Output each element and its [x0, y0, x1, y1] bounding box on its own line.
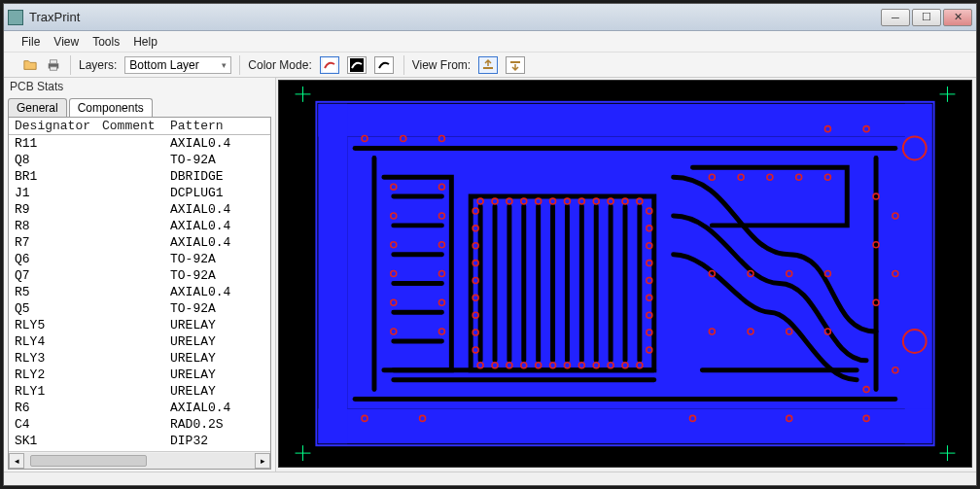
svg-rect-4	[350, 58, 364, 72]
table-row[interactable]: R9AXIAL0.4	[9, 201, 270, 218]
cell-pattern: URELAY	[170, 318, 270, 332]
tab-general[interactable]: General	[8, 98, 67, 117]
cell-pattern: TO-92A	[170, 153, 270, 167]
svg-point-98	[903, 137, 927, 160]
scroll-track[interactable]	[24, 453, 255, 469]
table-row[interactable]: RLY5URELAY	[9, 317, 270, 333]
table-row[interactable]: Q8TO-92A	[9, 152, 270, 168]
menu-tools[interactable]: Tools	[92, 35, 120, 49]
menu-view[interactable]: View	[53, 35, 79, 49]
statusbar	[4, 472, 976, 485]
cell-designator: RLY2	[15, 367, 102, 382]
svg-rect-1	[51, 59, 57, 63]
scroll-thumb[interactable]	[30, 455, 147, 467]
cell-pattern: DBRIDGE	[170, 169, 270, 184]
table-row[interactable]: SK1DIP32	[9, 433, 270, 449]
table-row[interactable]: BR1DBRIDGE	[9, 168, 270, 185]
cell-comment	[102, 301, 170, 316]
cell-pattern: DIP32	[170, 434, 270, 448]
table-row[interactable]: RLY1URELAY	[9, 383, 270, 400]
table-row[interactable]: R11AXIAL0.4	[9, 135, 270, 152]
pcb-canvas	[279, 81, 971, 467]
cell-designator: SK1	[15, 434, 102, 448]
cell-comment	[102, 153, 170, 167]
table-row[interactable]: RLY2URELAY	[9, 367, 270, 383]
cell-comment	[102, 318, 170, 332]
horizontal-scrollbar[interactable]: ◂ ▸	[9, 451, 270, 469]
menu-help[interactable]: Help	[133, 35, 158, 49]
cell-comment	[102, 285, 170, 299]
color-mode-color-button[interactable]	[320, 56, 339, 74]
table-row[interactable]: Q6TO-92A	[9, 251, 270, 267]
svg-point-99	[903, 330, 927, 353]
table-row[interactable]: J1DCPLUG1	[9, 185, 270, 201]
open-file-icon[interactable]	[21, 56, 39, 74]
cell-designator: RLY1	[15, 384, 102, 399]
cell-pattern: AXIAL0.4	[170, 136, 270, 151]
table-row[interactable]: R5AXIAL0.4	[9, 284, 270, 300]
color-mode-invert-button[interactable]	[347, 56, 367, 74]
cell-comment	[102, 268, 170, 283]
grid-body[interactable]: R11AXIAL0.4Q8TO-92ABR1DBRIDGEJ1DCPLUG1R9…	[9, 135, 270, 451]
svg-rect-10	[318, 408, 931, 443]
maximize-button[interactable]: ☐	[912, 9, 941, 26]
cell-pattern: URELAY	[170, 351, 270, 366]
cell-designator: R9	[15, 202, 102, 217]
cell-comment	[102, 136, 170, 151]
svg-rect-3	[323, 58, 336, 72]
view-from-label: View From:	[412, 58, 471, 72]
col-pattern[interactable]: Pattern	[170, 119, 270, 133]
cell-pattern: AXIAL0.4	[170, 401, 270, 415]
cell-comment	[102, 219, 170, 233]
cell-pattern: AXIAL0.4	[170, 202, 270, 217]
cell-pattern: AXIAL0.4	[170, 235, 270, 250]
chevron-down-icon: ▾	[222, 60, 227, 70]
table-row[interactable]: RLY4URELAY	[9, 333, 270, 350]
svg-rect-7	[510, 61, 520, 63]
table-row[interactable]: Q7TO-92A	[9, 267, 270, 284]
svg-rect-6	[483, 67, 493, 69]
cell-pattern: TO-92A	[170, 268, 270, 283]
separator	[239, 55, 240, 75]
close-button[interactable]: ✕	[943, 9, 972, 26]
scroll-left-icon[interactable]: ◂	[9, 453, 24, 469]
table-row[interactable]: R7AXIAL0.4	[9, 234, 270, 251]
table-row[interactable]: C4RAD0.2S	[9, 416, 270, 433]
table-row[interactable]: R8AXIAL0.4	[9, 218, 270, 234]
view-from-bottom-button[interactable]	[506, 56, 525, 74]
minimize-button[interactable]: ─	[881, 9, 910, 26]
cell-pattern: TO-92A	[170, 301, 270, 316]
cell-comment	[102, 186, 170, 200]
cell-designator: Q5	[15, 301, 102, 316]
cell-comment	[102, 252, 170, 266]
table-row[interactable]: RLY3URELAY	[9, 350, 270, 367]
sidebar: PCB Stats General Components Designator …	[4, 78, 276, 472]
tab-components[interactable]: Components	[69, 98, 153, 117]
cell-designator: BR1	[15, 169, 102, 184]
separator	[70, 55, 71, 75]
svg-rect-2	[51, 66, 57, 70]
menu-file[interactable]: File	[21, 35, 40, 49]
print-icon[interactable]	[45, 56, 62, 74]
color-mode-mono-button[interactable]	[374, 56, 394, 74]
layers-label: Layers:	[79, 58, 117, 72]
cell-comment	[102, 169, 170, 184]
table-row[interactable]: R6AXIAL0.4	[9, 400, 270, 416]
col-comment[interactable]: Comment	[102, 119, 170, 133]
cell-designator: RLY4	[15, 334, 102, 349]
cell-designator: RLY3	[15, 351, 102, 366]
col-designator[interactable]: Designator	[15, 119, 102, 133]
layers-value: Bottom Layer	[129, 58, 198, 72]
svg-rect-5	[377, 58, 391, 72]
color-mode-label: Color Mode:	[248, 58, 311, 72]
pcb-view[interactable]	[278, 80, 972, 468]
cell-designator: R6	[15, 401, 102, 415]
table-row[interactable]: Q5TO-92A	[9, 300, 270, 317]
layers-combo[interactable]: Bottom Layer ▾	[124, 56, 231, 74]
cell-designator: Q8	[15, 153, 102, 167]
scroll-right-icon[interactable]: ▸	[255, 453, 270, 469]
cell-comment	[102, 417, 170, 432]
view-from-top-button[interactable]	[478, 56, 498, 74]
titlebar: TraxPrint ─ ☐ ✕	[4, 4, 976, 31]
toolbar: Layers: Bottom Layer ▾ Color Mode: View …	[4, 52, 976, 78]
